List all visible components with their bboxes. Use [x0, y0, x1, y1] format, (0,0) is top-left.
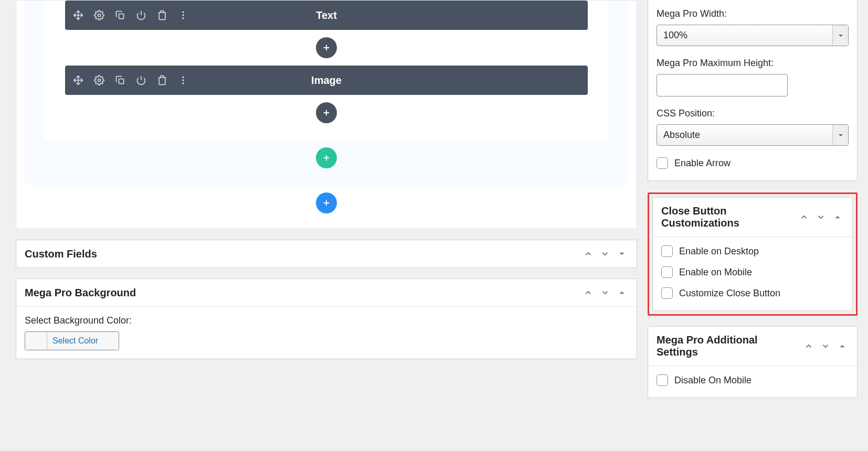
panel-mega-bg: Mega Pro Background Select Background Co… — [16, 278, 637, 359]
svg-point-7 — [182, 77, 184, 78]
checkbox-label: Customize Close Button — [679, 288, 780, 299]
width-select[interactable]: 100% — [657, 25, 849, 46]
widget-text[interactable]: Text — [65, 1, 588, 30]
more-icon[interactable] — [176, 8, 190, 22]
panel-header[interactable]: Close Button Customizations — [653, 198, 852, 237]
trash-icon[interactable] — [155, 73, 169, 87]
chevron-up-icon[interactable] — [582, 248, 595, 260]
css-pos-select[interactable]: Absolute — [657, 124, 849, 146]
svg-rect-6 — [119, 79, 124, 84]
triangle-up-icon[interactable] — [616, 286, 628, 299]
select-value: Absolute — [657, 125, 832, 145]
gear-icon[interactable] — [92, 8, 106, 22]
panel-custom-fields: Custom Fields — [16, 240, 637, 268]
chevron-up-icon[interactable] — [582, 286, 595, 299]
enable-arrow-checkbox[interactable] — [657, 157, 668, 169]
panel-additional-settings: Mega Pro Additional Settings Disable On … — [648, 326, 858, 398]
checkbox-label: Enable Arrow — [674, 158, 731, 169]
highlight-box: Close Button Customizations Enable on De… — [648, 192, 858, 316]
checkbox-label: Enable on Mobile — [679, 267, 752, 278]
copy-icon[interactable] — [113, 73, 127, 87]
checkbox-label: Enable on Desktop — [679, 246, 759, 257]
checkbox-label: Disable On Mobile — [674, 375, 751, 386]
color-swatch[interactable] — [25, 332, 47, 350]
add-section-button[interactable] — [316, 192, 337, 213]
add-widget-button[interactable] — [316, 37, 337, 58]
chevron-down-icon[interactable] — [599, 286, 611, 299]
panel-title: Mega Pro Additional Settings — [657, 334, 761, 358]
power-icon[interactable] — [134, 73, 148, 87]
disable-mobile-checkbox[interactable] — [657, 374, 668, 386]
svg-point-0 — [98, 14, 101, 17]
bg-color-label: Select Background Color: — [25, 315, 628, 326]
more-icon[interactable] — [176, 73, 190, 87]
customize-close-checkbox[interactable] — [661, 287, 673, 299]
chevron-down-icon[interactable] — [814, 211, 827, 223]
copy-icon[interactable] — [113, 8, 127, 22]
add-row-button[interactable] — [316, 147, 337, 168]
max-height-label: Mega Pro Maximum Height: — [657, 58, 849, 69]
triangle-down-icon[interactable] — [832, 25, 848, 46]
svg-point-8 — [182, 79, 184, 81]
svg-point-3 — [182, 14, 184, 16]
css-pos-label: CSS Position: — [657, 108, 849, 119]
max-height-input[interactable] — [657, 74, 788, 96]
svg-point-2 — [182, 12, 184, 13]
svg-point-5 — [98, 79, 101, 82]
trash-icon[interactable] — [155, 8, 169, 22]
power-icon[interactable] — [134, 8, 148, 22]
svg-point-9 — [182, 82, 184, 84]
add-widget-button[interactable] — [316, 102, 337, 123]
panel-title: Close Button Customizations — [661, 205, 766, 229]
select-color-button[interactable]: Select Color — [47, 332, 119, 350]
svg-rect-1 — [119, 14, 124, 19]
panel-header[interactable]: Mega Pro Background — [16, 279, 637, 306]
chevron-down-icon[interactable] — [819, 340, 832, 352]
svg-point-4 — [182, 17, 184, 19]
panel-title: Mega Pro Background — [25, 287, 136, 299]
panel-close-button: Close Button Customizations Enable on De… — [652, 197, 853, 311]
enable-desktop-checkbox[interactable] — [661, 245, 673, 257]
gear-icon[interactable] — [92, 73, 106, 87]
color-picker[interactable]: Select Color — [25, 331, 119, 350]
triangle-down-icon[interactable] — [832, 125, 848, 145]
widget-image[interactable]: Image — [65, 66, 588, 95]
chevron-up-icon[interactable] — [802, 340, 815, 352]
triangle-up-icon[interactable] — [836, 340, 849, 352]
move-icon[interactable] — [71, 73, 85, 87]
chevron-up-icon[interactable] — [798, 211, 810, 223]
panel-mega-settings: Mega Pro Width: 100% Mega Pro Maximum He… — [648, 0, 858, 181]
select-value: 100% — [657, 25, 832, 46]
panel-header[interactable]: Mega Pro Additional Settings — [648, 327, 857, 366]
chevron-down-icon[interactable] — [599, 248, 611, 260]
width-label: Mega Pro Width: — [657, 8, 849, 19]
panel-title: Custom Fields — [25, 248, 97, 260]
editor-canvas: Text — [16, 0, 637, 229]
panel-header[interactable]: Custom Fields — [16, 240, 637, 267]
triangle-down-icon[interactable] — [616, 248, 628, 260]
move-icon[interactable] — [71, 8, 85, 22]
enable-mobile-checkbox[interactable] — [661, 266, 673, 278]
triangle-up-icon[interactable] — [831, 211, 844, 223]
